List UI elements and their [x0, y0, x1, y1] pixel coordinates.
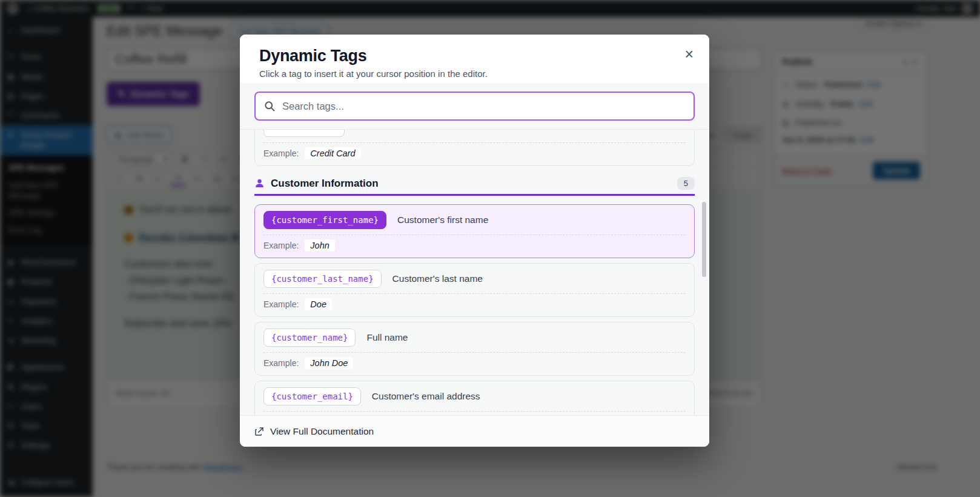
search-icon — [263, 100, 276, 112]
dynamic-tags-modal: Dynamic Tags Click a tag to insert it at… — [240, 35, 709, 447]
tags-list[interactable]: Example: Credit Card Customer Informatio… — [240, 130, 709, 415]
example-value: John Doe — [305, 357, 353, 369]
close-icon[interactable]: × — [684, 47, 694, 62]
tag-pill: {customer_last_name} — [263, 270, 382, 288]
example-value: John — [305, 239, 334, 252]
tag-description: Customer's email address — [372, 391, 480, 402]
external-link-icon — [254, 427, 264, 436]
tag-card-customer-first-name[interactable]: {customer_first_name} Customer's first n… — [254, 204, 695, 258]
section-customer-information: Customer Information 5 — [254, 177, 695, 196]
modal-subtitle: Click a tag to insert it at your cursor … — [259, 68, 690, 79]
tag-pill: {customer_first_name} — [263, 211, 386, 229]
example-label: Example: — [263, 148, 299, 158]
section-count-badge: 5 — [677, 177, 695, 190]
tag-pill: {customer_name} — [263, 329, 356, 347]
example-label: Example: — [263, 241, 299, 250]
modal-scrollbar[interactable] — [702, 202, 706, 277]
example-value: Doe — [305, 298, 332, 310]
tag-card-customer-last-name[interactable]: {customer_last_name} Customer's last nam… — [254, 263, 695, 317]
example-label: Example: — [263, 358, 299, 368]
tag-card-partial[interactable]: Example: Credit Card — [254, 130, 695, 166]
tag-description: Full name — [366, 332, 408, 343]
tag-pill: {customer_email} — [263, 387, 361, 405]
view-documentation-link[interactable]: View Full Documentation — [270, 426, 374, 437]
screen: W ⌂ Coffee Roasters Live ❞ + New Howdy, … — [0, 0, 980, 497]
tag-card-customer-name[interactable]: {customer_name} Full name Example: John … — [254, 322, 695, 376]
tag-pill — [263, 130, 345, 137]
search-input[interactable] — [254, 92, 695, 121]
modal-title: Dynamic Tags — [259, 47, 690, 65]
person-icon — [254, 178, 265, 188]
example-label: Example: — [263, 299, 299, 309]
tag-description: Customer's first name — [397, 215, 488, 225]
tag-card-customer-email[interactable]: {customer_email} Customer's email addres… — [254, 381, 695, 415]
section-title: Customer Information — [271, 178, 379, 190]
tag-description: Customer's last name — [392, 273, 483, 284]
example-value: Credit Card — [305, 147, 360, 159]
